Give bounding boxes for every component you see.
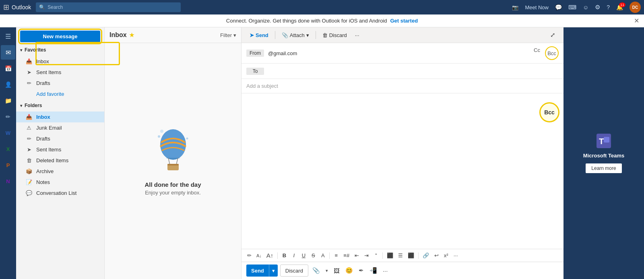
format-font-size-decrease[interactable]: A↓ xyxy=(254,252,264,259)
fmt-sep-1 xyxy=(277,252,278,259)
discard-button[interactable]: Discard xyxy=(280,265,308,277)
new-message-button[interactable]: New message xyxy=(20,31,100,42)
more-icon: ··· xyxy=(355,32,359,38)
more-toolbar-button[interactable]: ··· xyxy=(352,31,363,40)
people-icon[interactable]: 👤 xyxy=(1,77,15,92)
discard-toolbar-button[interactable]: 🗑 Discard xyxy=(319,31,350,40)
format-underline-button[interactable]: U xyxy=(299,251,308,260)
sidebar-item-drafts[interactable]: ✏ Drafts xyxy=(16,133,104,144)
format-more-button[interactable]: ··· xyxy=(451,251,460,260)
format-quote-button[interactable]: " xyxy=(372,251,380,260)
meet-now-icon[interactable]: 📷 xyxy=(512,4,518,10)
feedback-icon[interactable]: ☺ xyxy=(583,4,588,10)
subject-field[interactable]: Add a subject xyxy=(242,79,564,93)
empty-inbox-title: All done for the day xyxy=(144,181,201,188)
sidebar-item-fav-drafts[interactable]: ✏ Drafts xyxy=(16,78,104,89)
favorites-header[interactable]: ▾ Favorites xyxy=(16,44,104,56)
apps-bottom-icon[interactable]: 📲 xyxy=(368,265,379,276)
message-list-header: Inbox ★ Filter ▾ xyxy=(105,27,241,43)
attach-chevron-bottom-icon[interactable]: ▾ xyxy=(324,267,330,275)
search-bar[interactable]: 🔍 Search xyxy=(36,2,181,12)
sidebar-item-notes[interactable]: 📝 Notes xyxy=(16,177,104,188)
format-align-right[interactable]: ⬛ xyxy=(406,251,416,260)
emoji-bottom-icon[interactable]: 😊 xyxy=(344,265,355,276)
toolbar-separator-1 xyxy=(275,31,275,39)
from-value[interactable]: @gmail.com xyxy=(268,50,532,56)
format-align-left[interactable]: ⬛ xyxy=(385,251,395,260)
filter-button[interactable]: Filter ▾ xyxy=(220,32,236,38)
app-grid-icon[interactable]: ⊞ xyxy=(3,3,9,12)
format-superscript-button[interactable]: x² xyxy=(442,251,450,260)
svg-rect-4 xyxy=(167,164,179,165)
sidebar-item-deleted[interactable]: 🗑 Deleted Items xyxy=(16,155,104,166)
icon-rail: ☰ ✉ 📅 👤 📁 ✏ W X P N xyxy=(0,27,16,279)
to-field[interactable]: To xyxy=(242,64,564,79)
image-bottom-icon[interactable]: 🖼 xyxy=(332,266,341,276)
sidebar-item-inbox[interactable]: 📥 Inbox xyxy=(16,112,104,122)
help-icon[interactable]: ? xyxy=(607,4,610,10)
format-indent-increase[interactable]: ⇥ xyxy=(362,251,371,260)
filter-label: Filter xyxy=(220,32,232,38)
cc-button[interactable]: Cc xyxy=(532,46,542,60)
avatar[interactable]: DC xyxy=(630,2,641,13)
powerpoint-icon[interactable]: P xyxy=(1,158,15,172)
close-banner-icon[interactable]: ✕ xyxy=(634,17,639,25)
expand-button[interactable]: ⤢ xyxy=(547,30,559,40)
empty-inbox: All done for the day Enjoy your empty in… xyxy=(105,43,241,279)
format-pencil-button[interactable]: ✏ xyxy=(245,251,254,260)
folder-deleted-icon: 🗑 xyxy=(26,157,32,163)
files-icon[interactable]: 📁 xyxy=(1,93,15,108)
sidebar-item-conv[interactable]: 💬 Conversation List xyxy=(16,188,104,198)
chevron-down-icon: ▾ xyxy=(20,48,22,52)
to-label: To xyxy=(246,68,264,75)
attach-toolbar-button[interactable]: 📎 Attach ▾ xyxy=(279,31,312,40)
format-undo-button[interactable]: ↩ xyxy=(432,251,441,260)
sidebar-item-sent[interactable]: ➤ Sent Items xyxy=(16,144,104,155)
notifications-icon[interactable]: 🔔11 xyxy=(616,4,623,10)
banner-cta[interactable]: Get started xyxy=(390,18,418,24)
sidebar-item-fav-sent[interactable]: ➤ Sent Items xyxy=(16,67,104,78)
calendar-icon[interactable]: 📅 xyxy=(1,61,15,76)
format-link-button[interactable]: 🔗 xyxy=(421,251,431,260)
format-font-color-button[interactable]: A xyxy=(318,251,327,260)
hamburger-icon[interactable]: ☰ xyxy=(1,29,15,43)
format-strikethrough-button[interactable]: S xyxy=(309,251,318,260)
mail-icon[interactable]: ✉ xyxy=(1,45,15,60)
format-align-center[interactable]: ☰ xyxy=(396,251,405,260)
excel-icon[interactable]: X xyxy=(1,142,15,156)
chevron-down-folders-icon: ▾ xyxy=(20,103,22,108)
edit-icon[interactable]: ✏ xyxy=(1,110,15,124)
bcc-button[interactable]: Bcc xyxy=(545,46,559,60)
format-indent-decrease[interactable]: ⇤ xyxy=(352,251,361,260)
attach-bottom-icon[interactable]: 📎 xyxy=(311,265,322,276)
skype-icon[interactable]: 💬 xyxy=(555,4,562,10)
settings-icon[interactable]: ⚙ xyxy=(595,4,600,11)
format-bullets-button[interactable]: ≡ xyxy=(332,251,341,260)
star-icon[interactable]: ★ xyxy=(129,32,134,38)
send-main-button[interactable]: Send xyxy=(246,265,269,277)
format-italic-button[interactable]: I xyxy=(289,251,298,260)
keyboard-icon[interactable]: ⌨ xyxy=(568,4,576,10)
signature-bottom-icon[interactable]: ✒ xyxy=(357,265,365,276)
sidebar-item-fav-inbox[interactable]: 📥 Inbox xyxy=(16,56,104,67)
more-bottom-button[interactable]: ··· xyxy=(381,266,390,276)
add-favorite[interactable]: Add favorite xyxy=(16,89,104,99)
fmt-sep-4 xyxy=(418,252,419,259)
format-numbered-button[interactable]: ≡# xyxy=(341,251,351,260)
sidebar-item-archive[interactable]: 📦 Archive xyxy=(16,166,104,177)
fmt-sep-2 xyxy=(329,252,330,259)
format-font-size-increase[interactable]: A↑ xyxy=(264,251,276,260)
send-arrow-icon: ➤ xyxy=(250,32,254,38)
word-icon[interactable]: W xyxy=(1,126,15,140)
onenote-icon[interactable]: N xyxy=(1,174,15,188)
format-bold-button[interactable]: B xyxy=(280,251,289,260)
sidebar-item-junk[interactable]: ⚠ Junk Email xyxy=(16,122,104,133)
folders-header[interactable]: ▾ Folders xyxy=(16,99,104,112)
ad-panel: T Microsoft Teams Learn more xyxy=(564,27,644,279)
send-chevron-button[interactable]: ▾ xyxy=(269,265,278,277)
compose-toolbar: ➤ Send 📎 Attach ▾ 🗑 Discard ··· ⤢ xyxy=(242,27,564,43)
compose-content-area[interactable] xyxy=(242,93,564,249)
send-toolbar-button[interactable]: ➤ Send xyxy=(246,31,272,40)
meet-now-label[interactable]: Meet Now xyxy=(525,4,549,10)
learn-more-button[interactable]: Learn more xyxy=(586,163,621,173)
